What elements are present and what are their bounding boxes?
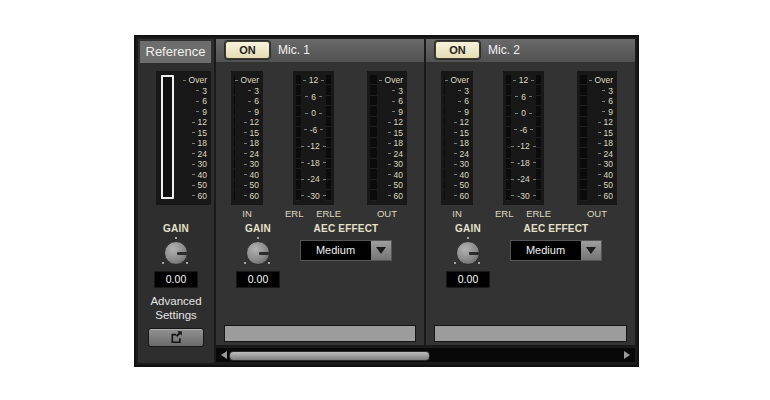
meter-scale-label: 9 bbox=[377, 107, 407, 117]
aec-effect-dropdown-button[interactable] bbox=[370, 241, 391, 260]
meter-scale-label: 12 bbox=[511, 75, 535, 85]
meter-scale-label: -6 bbox=[301, 125, 325, 135]
out-caption: OUT bbox=[367, 208, 407, 219]
erl-caption: ERL bbox=[285, 208, 303, 219]
scrollbar-thumb[interactable] bbox=[229, 351, 430, 361]
meter-scale-label: 15 bbox=[174, 128, 211, 138]
aec-effect-value: Medium bbox=[511, 241, 580, 260]
meter-scale-label: 3 bbox=[377, 86, 407, 96]
gain-knob[interactable] bbox=[246, 241, 270, 265]
aec-effect: AEC EFFECT Medium bbox=[506, 223, 606, 261]
channel-header: ON Mic. 1 bbox=[216, 39, 424, 62]
meter-scale-label: 0 bbox=[511, 108, 535, 118]
meter-scale-label: 24 bbox=[587, 149, 617, 159]
meter-scale-label: Over bbox=[587, 75, 617, 85]
reference-gain: GAIN 0.00 bbox=[138, 223, 214, 288]
meter-scale-label: 60 bbox=[235, 191, 263, 201]
out-meter-scale: Over3691215182430405060 bbox=[377, 75, 407, 201]
meter-scale-label: 9 bbox=[235, 107, 263, 117]
in-meter-scale: Over3691215182430405060 bbox=[445, 75, 473, 201]
erle-caption: ERLE bbox=[316, 208, 341, 219]
meter-scale-label: 12 bbox=[174, 117, 211, 127]
meter-scale-label: 60 bbox=[587, 191, 617, 201]
aec-effect-value: Medium bbox=[301, 241, 370, 260]
meter-scale-label: 30 bbox=[587, 159, 617, 169]
in-meter: Over3691215182430405060 bbox=[441, 71, 473, 205]
meter-scale-label: 3 bbox=[235, 86, 263, 96]
meter-scale-label: 9 bbox=[445, 107, 473, 117]
gain-value[interactable]: 0.00 bbox=[446, 271, 490, 288]
gain-label: GAIN bbox=[455, 223, 481, 234]
meter-scale-label: 40 bbox=[377, 170, 407, 180]
gain-knob[interactable] bbox=[456, 241, 480, 265]
meter-scale-label: 18 bbox=[587, 138, 617, 148]
aec-effect-dropdown-button[interactable] bbox=[580, 241, 601, 260]
arrow-left-icon[interactable] bbox=[221, 351, 227, 359]
erl-erle-meter: 1260-6-12-18-24-30 bbox=[293, 71, 334, 205]
meter-scale-label: 18 bbox=[174, 138, 211, 148]
chevron-down-icon bbox=[586, 247, 596, 254]
meter-scale-label: 6 bbox=[511, 92, 535, 102]
out-meter-bar bbox=[370, 75, 377, 201]
on-button[interactable]: ON bbox=[435, 41, 480, 59]
erl-meter-scale: 1260-6-12-18-24-30 bbox=[511, 75, 535, 201]
meter-scale-label: -30 bbox=[301, 191, 325, 201]
meter-scale-label: 9 bbox=[587, 107, 617, 117]
on-button[interactable]: ON bbox=[225, 41, 270, 59]
meter-scale-label: 40 bbox=[445, 170, 473, 180]
channel-footer-bar bbox=[224, 325, 416, 342]
out-meter: Over3691215182430405060 bbox=[577, 71, 617, 205]
gain-knob[interactable] bbox=[164, 241, 188, 265]
meter-scale-label: 9 bbox=[174, 107, 211, 117]
aec-effect: AEC EFFECT Medium bbox=[296, 223, 396, 261]
meter-scale-label: 30 bbox=[445, 159, 473, 169]
meter-scale-label: 60 bbox=[377, 191, 407, 201]
aec-effect-label: AEC EFFECT bbox=[524, 223, 589, 234]
meter-scale-label: -12 bbox=[301, 141, 325, 151]
channel-gain: GAIN 0.00 bbox=[222, 223, 294, 288]
meter-scale-label: 40 bbox=[587, 170, 617, 180]
channel-name: Mic. 2 bbox=[488, 39, 520, 62]
erle-meter-bar bbox=[326, 75, 331, 201]
arrow-right-icon[interactable] bbox=[624, 351, 630, 359]
reference-title: Reference bbox=[140, 41, 211, 63]
out-meter-scale: Over3691215182430405060 bbox=[587, 75, 617, 201]
meter-scale-label: -18 bbox=[511, 158, 535, 168]
meter-scale-label: 18 bbox=[377, 138, 407, 148]
meter-scale-label: 18 bbox=[235, 138, 263, 148]
aec-effect-select[interactable]: Medium bbox=[300, 240, 392, 261]
in-caption: IN bbox=[441, 208, 473, 219]
meter-scale-label: 6 bbox=[377, 96, 407, 106]
reference-panel: Reference Over3691215182430405060 GAIN 0… bbox=[138, 39, 214, 363]
out-caption: OUT bbox=[577, 208, 617, 219]
aec-effect-label: AEC EFFECT bbox=[314, 223, 379, 234]
meter-scale-label: 50 bbox=[445, 180, 473, 190]
gain-value[interactable]: 0.00 bbox=[154, 271, 198, 288]
meter-scale-label: 6 bbox=[174, 96, 211, 106]
external-link-icon bbox=[170, 330, 183, 346]
meter-scale-label: 50 bbox=[235, 180, 263, 190]
channel-mic-2: ON Mic. 2 Over3691215182430405060 1260-6… bbox=[426, 39, 635, 345]
meter-scale-label: -12 bbox=[511, 141, 535, 151]
meter-scale-label: 50 bbox=[174, 180, 211, 190]
meter-scale-label: 30 bbox=[377, 159, 407, 169]
meter-scale-label: 24 bbox=[377, 149, 407, 159]
meter-scale-label: Over bbox=[445, 75, 473, 85]
aec-mixer-window: Reference Over3691215182430405060 GAIN 0… bbox=[134, 35, 639, 367]
advanced-settings-button[interactable] bbox=[148, 328, 204, 347]
channel-footer-bar bbox=[434, 325, 627, 342]
meter-scale-label: 15 bbox=[445, 128, 473, 138]
meter-scale-label: 3 bbox=[587, 86, 617, 96]
gain-label: GAIN bbox=[163, 223, 189, 234]
meter-scale-label: 12 bbox=[587, 117, 617, 127]
erl-caption: ERL bbox=[495, 208, 513, 219]
meter-scale-label: 18 bbox=[445, 138, 473, 148]
gain-value[interactable]: 0.00 bbox=[236, 271, 280, 288]
meter-scale-label: -18 bbox=[301, 158, 325, 168]
meter-scale-label: 30 bbox=[174, 159, 211, 169]
meter-scale-label: -24 bbox=[301, 174, 325, 184]
reference-meter: Over3691215182430405060 bbox=[156, 71, 211, 205]
aec-effect-select[interactable]: Medium bbox=[510, 240, 602, 261]
horizontal-scrollbar[interactable] bbox=[215, 347, 636, 363]
meter-scale-label: 24 bbox=[235, 149, 263, 159]
